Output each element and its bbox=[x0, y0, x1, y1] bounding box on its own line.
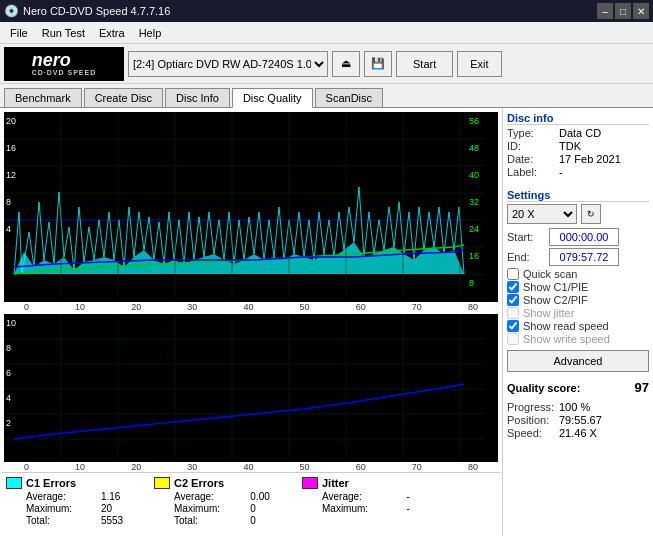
quality-score-label: Quality score: bbox=[507, 382, 580, 394]
menu-extra[interactable]: Extra bbox=[93, 25, 131, 41]
settings-section: Settings 20 X 40 X Max ↻ Start: End: bbox=[507, 189, 649, 372]
refresh-button[interactable]: ↻ bbox=[581, 204, 601, 224]
disc-label-value: - bbox=[559, 166, 649, 178]
c2-total-value: 0 bbox=[250, 515, 294, 526]
svg-text:4: 4 bbox=[6, 224, 11, 234]
bottom-chart-x-axis: 01020304050607080 bbox=[4, 462, 498, 472]
show-jitter-row: Show jitter bbox=[507, 307, 649, 319]
c2-avg-label: Average: bbox=[174, 491, 244, 502]
svg-text:56: 56 bbox=[469, 116, 479, 126]
main-content: 56 48 40 32 24 16 8 20 16 12 8 4 bbox=[0, 108, 653, 536]
show-c1pie-label: Show C1/PIE bbox=[523, 281, 588, 293]
svg-text:16: 16 bbox=[469, 251, 479, 261]
jitter-stats: Average: - Maximum: - bbox=[302, 491, 442, 514]
tab-create-disc[interactable]: Create Disc bbox=[84, 88, 163, 107]
quality-score-value: 97 bbox=[635, 380, 649, 395]
c2-total-label: Total: bbox=[174, 515, 244, 526]
c1-label: C1 Errors bbox=[26, 477, 76, 489]
show-write-speed-label: Show write speed bbox=[523, 333, 610, 345]
show-read-speed-row: Show read speed bbox=[507, 320, 649, 332]
svg-text:16: 16 bbox=[6, 143, 16, 153]
start-button[interactable]: Start bbox=[396, 51, 453, 77]
end-label: End: bbox=[507, 251, 547, 263]
c2-max-value: 0 bbox=[250, 503, 294, 514]
position-row: Position: 79:55.67 bbox=[507, 414, 649, 426]
c1-avg-label: Average: bbox=[26, 491, 95, 502]
c2-avg-value: 0.00 bbox=[250, 491, 294, 502]
top-chart-x-axis: 01020304050607080 bbox=[4, 302, 498, 312]
show-c1pie-row: Show C1/PIE bbox=[507, 281, 649, 293]
svg-text:32: 32 bbox=[469, 197, 479, 207]
jitter-label: Jitter bbox=[322, 477, 349, 489]
menu-file[interactable]: File bbox=[4, 25, 34, 41]
tab-scan-disc[interactable]: ScanDisc bbox=[315, 88, 383, 107]
show-jitter-checkbox[interactable] bbox=[507, 307, 519, 319]
tab-disc-quality[interactable]: Disc Quality bbox=[232, 88, 313, 108]
tab-benchmark[interactable]: Benchmark bbox=[4, 88, 82, 107]
title-bar: 💿 Nero CD-DVD Speed 4.7.7.16 – □ ✕ bbox=[0, 0, 653, 22]
drive-select[interactable]: [2:4] Optiarc DVD RW AD-7240S 1.04 bbox=[128, 51, 328, 77]
svg-text:8: 8 bbox=[6, 343, 11, 353]
speed-select[interactable]: 20 X 40 X Max bbox=[507, 204, 577, 224]
disc-label-label: Label: bbox=[507, 166, 557, 178]
jitter-max-value: - bbox=[406, 503, 442, 514]
nero-logo: nero CD·DVD SPEED bbox=[4, 47, 124, 81]
show-write-speed-row: Show write speed bbox=[507, 333, 649, 345]
svg-text:24: 24 bbox=[469, 224, 479, 234]
save-icon-button[interactable]: 💾 bbox=[364, 51, 392, 77]
legend-jitter: Jitter Average: - Maximum: - bbox=[302, 477, 442, 524]
eject-icon-button[interactable]: ⏏ bbox=[332, 51, 360, 77]
svg-text:4: 4 bbox=[6, 393, 11, 403]
show-read-speed-checkbox[interactable] bbox=[507, 320, 519, 332]
progress-value: 100 % bbox=[559, 401, 649, 413]
legend-c2: C2 Errors Average: 0.00 Maximum: 0 Total… bbox=[154, 477, 294, 524]
show-c2pif-row: Show C2/PIF bbox=[507, 294, 649, 306]
progress-label: Progress: bbox=[507, 401, 557, 413]
c1-total-value: 5553 bbox=[101, 515, 146, 526]
disc-type-value: Data CD bbox=[559, 127, 649, 139]
show-write-speed-checkbox[interactable] bbox=[507, 333, 519, 345]
close-button[interactable]: ✕ bbox=[633, 3, 649, 19]
speed-value: 21.46 X bbox=[559, 427, 649, 439]
tab-disc-info[interactable]: Disc Info bbox=[165, 88, 230, 107]
disc-info-title: Disc info bbox=[507, 112, 649, 125]
settings-title: Settings bbox=[507, 189, 649, 202]
quick-scan-checkbox[interactable] bbox=[507, 268, 519, 280]
toolbar: nero CD·DVD SPEED [2:4] Optiarc DVD RW A… bbox=[0, 44, 653, 84]
maximize-button[interactable]: □ bbox=[615, 3, 631, 19]
show-c2pif-checkbox[interactable] bbox=[507, 294, 519, 306]
app-icon: 💿 bbox=[4, 4, 19, 18]
disc-id-value: TDK bbox=[559, 140, 649, 152]
svg-text:8: 8 bbox=[6, 197, 11, 207]
progress-row: Progress: 100 % bbox=[507, 401, 649, 413]
svg-text:12: 12 bbox=[6, 170, 16, 180]
disc-id-row: ID: TDK bbox=[507, 140, 649, 152]
end-time-input[interactable] bbox=[549, 248, 619, 266]
svg-text:6: 6 bbox=[6, 368, 11, 378]
c2-max-label: Maximum: bbox=[174, 503, 244, 514]
disc-type-label: Type: bbox=[507, 127, 557, 139]
c1-total-label: Total: bbox=[26, 515, 95, 526]
speed-row: 20 X 40 X Max ↻ bbox=[507, 204, 649, 224]
nero-sub: CD·DVD SPEED bbox=[32, 69, 97, 76]
disc-date-row: Date: 17 Feb 2021 bbox=[507, 153, 649, 165]
menu-help[interactable]: Help bbox=[133, 25, 168, 41]
nero-brand: nero bbox=[32, 51, 97, 69]
disc-id-label: ID: bbox=[507, 140, 557, 152]
start-time-input[interactable] bbox=[549, 228, 619, 246]
disc-type-row: Type: Data CD bbox=[507, 127, 649, 139]
right-panel: Disc info Type: Data CD ID: TDK Date: 17… bbox=[503, 108, 653, 536]
minimize-button[interactable]: – bbox=[597, 3, 613, 19]
quality-score-row: Quality score: 97 bbox=[507, 380, 649, 395]
jitter-avg-value: - bbox=[406, 491, 442, 502]
show-c1pie-checkbox[interactable] bbox=[507, 281, 519, 293]
menu-run-test[interactable]: Run Test bbox=[36, 25, 91, 41]
jitter-avg-label: Average: bbox=[322, 491, 400, 502]
window-controls: – □ ✕ bbox=[597, 3, 649, 19]
exit-button[interactable]: Exit bbox=[457, 51, 501, 77]
advanced-button[interactable]: Advanced bbox=[507, 350, 649, 372]
show-read-speed-label: Show read speed bbox=[523, 320, 609, 332]
title-bar-text: Nero CD-DVD Speed 4.7.7.16 bbox=[23, 5, 170, 17]
svg-text:10: 10 bbox=[6, 318, 16, 328]
speed-row-info: Speed: 21.46 X bbox=[507, 427, 649, 439]
